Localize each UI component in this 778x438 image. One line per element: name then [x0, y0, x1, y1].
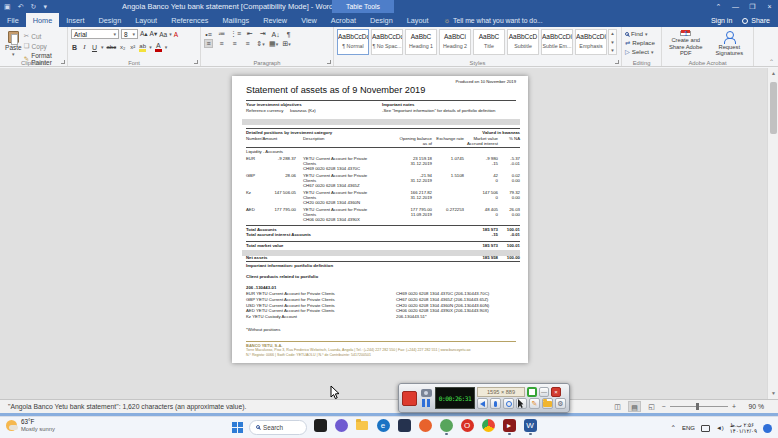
cut-button[interactable]: ✂ Cut — [24, 32, 64, 40]
context-tab[interactable]: Design — [363, 13, 400, 27]
underline-dropdown-icon[interactable]: ▾ — [101, 44, 104, 50]
sort-icon[interactable]: A↓ — [271, 31, 280, 38]
ribbon-tab[interactable]: File — [0, 13, 26, 27]
decrease-indent-icon[interactable]: ⇤ — [245, 30, 254, 38]
microphone-icon[interactable] — [490, 398, 501, 409]
language-indicator[interactable]: ENG — [682, 425, 695, 431]
taskbar-browser-orange-icon[interactable] — [418, 419, 432, 435]
ribbon-tab[interactable]: Review — [256, 13, 294, 27]
read-mode-icon[interactable]: ◫ — [611, 401, 624, 412]
font-name-combobox[interactable]: Arial▾ — [71, 29, 119, 39]
multilevel-list-icon[interactable]: ⋮≡ — [230, 30, 241, 38]
align-center-icon[interactable]: ≡ — [217, 40, 226, 47]
taskbar-edge-icon[interactable]: e — [376, 419, 390, 435]
style-item[interactable]: AaBbCcDi Emphasis — [575, 29, 607, 55]
underline-button[interactable]: U — [91, 44, 98, 51]
tell-me-box[interactable]: ☼ Tell me what you want to do... — [444, 17, 543, 27]
font-size-combobox[interactable]: 8▾ — [121, 29, 138, 39]
taskbar-search[interactable]: Search — [249, 420, 307, 435]
find-button[interactable]: Find▾ — [625, 30, 658, 37]
settings-gear-icon[interactable]: ⚙ — [555, 398, 566, 409]
zoom-out-icon[interactable]: − — [662, 403, 666, 410]
ribbon-tab[interactable]: References — [164, 13, 215, 27]
ribbon-tab[interactable]: Home — [26, 13, 59, 27]
zoom-slider[interactable] — [670, 406, 728, 407]
style-item[interactable]: AaBbCcDc ¶ No Spac... — [371, 29, 403, 55]
taskbar-recorder-app-icon[interactable]: ▸ — [502, 419, 516, 435]
style-item[interactable]: AaBbC Title — [473, 29, 505, 55]
taskbar-chrome-icon[interactable] — [481, 419, 495, 435]
clear-formatting-button[interactable]: A — [174, 31, 178, 38]
scrollbar-thumb[interactable] — [770, 82, 777, 134]
redo-icon[interactable]: ↻ — [31, 3, 37, 11]
bullets-icon[interactable]: •≡ — [204, 31, 213, 38]
strikethrough-button[interactable]: abc — [107, 44, 117, 50]
style-item[interactable]: AaBbC Heading 1 — [405, 29, 437, 55]
subscript-button[interactable]: x₂ — [119, 44, 126, 50]
styles-dialog-launcher-icon[interactable] — [615, 60, 619, 64]
styles-scroll-up-icon[interactable]: ▲ — [610, 31, 614, 36]
paste-button[interactable]: Paste ▾ — [3, 29, 24, 57]
web-layout-icon[interactable]: ◱ — [645, 401, 658, 412]
ribbon-tab[interactable]: Acrobat — [324, 13, 363, 27]
vertical-scrollbar[interactable]: ▲ ▼ — [767, 68, 778, 399]
recorder-minimize-button[interactable]: — — [539, 387, 549, 397]
taskbar-word-icon[interactable]: W — [523, 419, 537, 435]
paragraph-dialog-launcher-icon[interactable] — [327, 60, 331, 64]
style-item[interactable]: AaBbCcDi Subtle Em... — [541, 29, 573, 55]
ribbon-tab[interactable]: Insert — [59, 13, 91, 27]
shrink-font-button[interactable]: A▾ — [150, 30, 158, 38]
touch-keyboard-icon[interactable] — [701, 425, 710, 432]
ribbon-tab[interactable]: View — [294, 13, 324, 27]
italic-button[interactable]: I — [81, 43, 88, 51]
output-folder-icon[interactable] — [542, 398, 553, 409]
tray-overflow-icon[interactable]: ⌃ — [670, 424, 675, 432]
zoom-level[interactable]: 90 % — [740, 403, 764, 410]
volume-icon[interactable]: ◄) — [716, 425, 724, 431]
undo-icon[interactable]: ↶ — [18, 3, 24, 11]
pen-annotation-icon[interactable]: ✎ — [529, 398, 540, 409]
close-button[interactable]: × — [761, 0, 778, 13]
bold-button[interactable]: B — [71, 44, 78, 51]
justify-icon[interactable]: ≡ — [243, 40, 252, 47]
taskbar-opera-icon[interactable]: O — [460, 419, 474, 435]
font-dialog-launcher-icon[interactable] — [194, 60, 198, 64]
copy-button[interactable]: ❏ Copy — [24, 42, 64, 50]
highlight-dropdown-icon[interactable]: ▾ — [149, 44, 152, 50]
save-icon[interactable]: ▣ — [4, 3, 11, 11]
start-button[interactable] — [232, 422, 243, 433]
shading-icon[interactable]: ▦▾ — [269, 40, 278, 48]
recorder-close-button[interactable]: × — [551, 387, 561, 397]
context-tab[interactable]: Layout — [400, 13, 436, 27]
share-button[interactable]: Share — [742, 17, 770, 24]
clock[interactable]: ۲:۵۶ ب.ظ ۱۴۰۱/۱۲/۰۹ — [730, 422, 757, 435]
replace-button[interactable]: ⇄ Replace — [625, 39, 658, 46]
style-item[interactable]: AaBbCi Heading 2 — [439, 29, 471, 55]
snapshot-camera-icon[interactable] — [421, 389, 432, 397]
qat-customize-icon[interactable]: ▾ — [43, 3, 47, 11]
show-paragraph-marks-icon[interactable]: ¶ — [284, 31, 293, 38]
ribbon-tab[interactable]: Design — [91, 13, 128, 27]
capture-area-button[interactable] — [527, 387, 537, 397]
superscript-button[interactable]: x² — [129, 44, 136, 50]
request-signatures-button[interactable]: Request Signatures — [709, 29, 751, 57]
font-color-dropdown-icon[interactable]: ▾ — [165, 44, 168, 50]
styles-gallery-more-icon[interactable]: ▼ — [610, 48, 614, 53]
line-spacing-icon[interactable]: ⇕▾ — [256, 40, 265, 48]
minimize-button[interactable]: — — [727, 0, 744, 13]
notification-badge[interactable] — [763, 424, 772, 433]
cursor-capture-icon[interactable] — [516, 398, 527, 409]
taskbar-app-purple-icon[interactable] — [334, 419, 348, 435]
style-item[interactable]: AaBbCcD Subtitle — [507, 29, 539, 55]
text-highlight-button[interactable]: ab — [139, 43, 146, 52]
ribbon-tab[interactable]: Layout — [128, 13, 164, 27]
style-item[interactable]: AaBbCcDc ¶ Normal — [337, 29, 369, 55]
taskbar-app-dark-icon[interactable] — [313, 419, 327, 435]
scroll-up-icon[interactable]: ▲ — [768, 68, 778, 79]
increase-indent-icon[interactable]: ⇥ — [258, 30, 267, 38]
weather-widget[interactable]: 63°F Mostly sunny — [6, 419, 55, 432]
ribbon-display-options-icon[interactable]: ⌃ — [710, 0, 727, 13]
webcam-icon[interactable] — [503, 398, 514, 409]
sign-in-link[interactable]: Sign in — [711, 17, 732, 24]
scroll-down-icon[interactable]: ▼ — [768, 388, 778, 399]
